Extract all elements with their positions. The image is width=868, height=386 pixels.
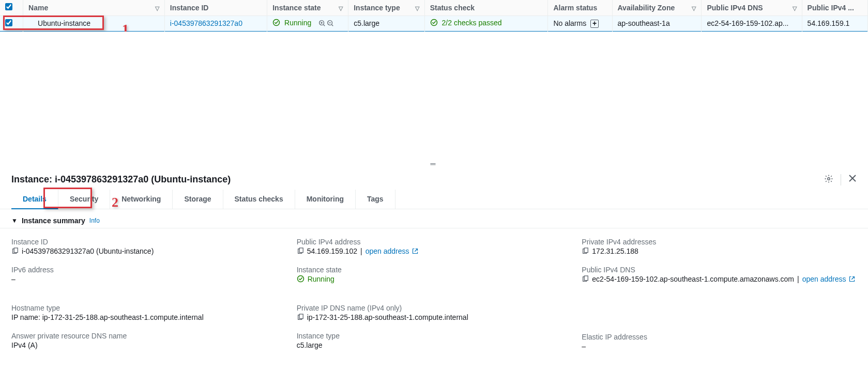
settings-icon[interactable]	[824, 174, 833, 186]
col-instance-state[interactable]: Instance state▽	[267, 0, 348, 16]
external-link-icon	[412, 248, 418, 254]
value-private-dns: ip-172-31-25-188.ap-southeast-1.compute.…	[297, 313, 572, 321]
svg-line-24	[852, 276, 855, 279]
section-title: Instance summary	[22, 217, 85, 225]
select-all-checkbox[interactable]	[5, 3, 12, 10]
label-private-ip: Private IPv4 addresses	[582, 238, 857, 246]
filter-icon[interactable]: ▽	[692, 5, 696, 12]
label-state: Instance state	[297, 266, 572, 274]
label-public-dns: Public IPv4 DNS	[582, 266, 857, 274]
info-link[interactable]: Info	[89, 217, 100, 224]
zoom-out-icon[interactable]	[327, 20, 334, 27]
tab-monitoring[interactable]: Monitoring	[295, 190, 356, 209]
instance-id-link[interactable]: i-045397863291327a0	[170, 19, 242, 27]
cell-status-check: 2/2 checks passed	[424, 16, 548, 31]
col-instance-type[interactable]: Instance type▽	[348, 0, 424, 16]
value-instance-id: i-045397863291327a0 (Ubuntu-instance)	[11, 247, 286, 255]
filter-icon[interactable]: ▽	[155, 5, 159, 12]
instance-summary-grid: Instance ID i-045397863291327a0 (Ubuntu-…	[0, 228, 868, 361]
tab-status-checks[interactable]: Status checks	[223, 190, 295, 209]
separator: |	[797, 275, 799, 283]
copy-icon[interactable]	[297, 248, 304, 255]
state-actions[interactable]	[318, 20, 334, 27]
cell-alarm: No alarms+	[548, 16, 612, 31]
tab-details[interactable]: Details	[11, 190, 58, 209]
col-status-check[interactable]: Status check	[424, 0, 548, 16]
svg-line-16	[415, 249, 418, 251]
check-circle-icon	[297, 275, 304, 283]
svg-point-9	[828, 177, 830, 180]
value-private-ip: 172.31.25.188	[582, 247, 857, 255]
external-link-icon	[849, 276, 855, 282]
caret-down-icon: ▼	[11, 217, 18, 224]
col-availability-zone[interactable]: Availability Zone▽	[612, 0, 702, 16]
copy-icon[interactable]	[297, 314, 304, 321]
value-answer-dns: IPv4 (A)	[11, 341, 286, 349]
label-instance-id: Instance ID	[11, 238, 286, 246]
open-address-link[interactable]: open address	[366, 247, 409, 255]
copy-icon[interactable]	[11, 248, 19, 255]
table-row[interactable]: Ubuntu-instance i-045397863291327a0 Runn…	[0, 16, 868, 31]
open-address-link[interactable]: open address	[802, 275, 846, 283]
svg-line-6	[332, 25, 333, 26]
col-instance-id[interactable]: Instance ID	[164, 0, 267, 16]
instance-summary-header[interactable]: ▼ Instance summary Info	[0, 209, 868, 228]
cell-instance-id[interactable]: i-045397863291327a0	[164, 16, 267, 31]
select-all-header[interactable]	[0, 0, 23, 16]
copy-icon[interactable]	[582, 275, 589, 283]
tab-networking[interactable]: Networking	[110, 190, 173, 209]
copy-icon[interactable]	[582, 248, 589, 255]
label-elastic-ip: Elastic IP addresses	[582, 333, 857, 341]
filter-icon[interactable]: ▽	[339, 5, 343, 12]
col-name[interactable]: Name▽	[23, 0, 165, 16]
separator: |	[360, 247, 362, 255]
cell-public-dns: ec2-54-169-159-102.ap...	[702, 16, 802, 31]
instances-table-container: Name▽ Instance ID Instance state▽ Instan…	[0, 0, 868, 32]
label-ipv6: IPv6 address	[11, 266, 286, 274]
label-answer-dns: Answer private resource DNS name	[11, 332, 286, 340]
tabs-bar: Details Security Networking Storage Stat…	[0, 190, 868, 209]
tab-security[interactable]: Security	[58, 190, 110, 209]
close-icon[interactable]	[848, 174, 857, 186]
panel-header: Instance: i-045397863291327a0 (Ubuntu-in…	[0, 167, 868, 190]
value-public-dns: ec2-54-169-159-102.ap-southeast-1.comput…	[582, 275, 857, 283]
value-public-ip: 54.169.159.102 | open address	[297, 247, 572, 255]
svg-rect-15	[299, 248, 303, 252]
zoom-in-icon[interactable]	[318, 20, 326, 27]
cell-name: Ubuntu-instance	[23, 16, 165, 31]
col-alarm-status[interactable]: Alarm status	[548, 0, 612, 16]
col-public-dns[interactable]: Public IPv4 DNS▽	[702, 0, 802, 16]
cell-type: c5.large	[348, 16, 424, 31]
svg-rect-19	[299, 314, 303, 318]
filter-icon[interactable]: ▽	[793, 5, 797, 12]
col-public-ip[interactable]: Public IPv4 ...	[802, 0, 867, 16]
value-state: Running	[297, 275, 572, 283]
svg-rect-23	[585, 275, 588, 280]
divider	[841, 174, 841, 186]
value-hostname-type: IP name: ip-172-31-25-188.ap-southeast-1…	[11, 313, 286, 321]
tab-storage[interactable]: Storage	[173, 190, 223, 209]
tab-tags[interactable]: Tags	[356, 190, 395, 209]
table-empty-area	[0, 32, 868, 161]
table-header-row: Name▽ Instance ID Instance state▽ Instan…	[0, 0, 868, 16]
cell-az: ap-southeast-1a	[612, 16, 702, 31]
panel-resize-handle[interactable]: ═	[0, 161, 868, 167]
label-private-dns: Private IP DNS name (IPv4 only)	[297, 304, 572, 312]
cell-public-ip: 54.169.159.1	[802, 16, 867, 31]
value-ipv6: –	[11, 275, 286, 283]
check-circle-icon	[430, 19, 438, 28]
label-hostname-type: Hostname type	[11, 304, 286, 312]
filter-icon[interactable]: ▽	[415, 5, 419, 12]
value-elastic-ip: –	[582, 342, 857, 350]
row-checkbox[interactable]	[5, 19, 12, 26]
label-instance-type: Instance type	[297, 332, 572, 340]
add-alarm-icon[interactable]: +	[590, 20, 599, 28]
instances-table: Name▽ Instance ID Instance state▽ Instan…	[0, 0, 868, 32]
check-circle-icon	[272, 19, 280, 28]
panel-title: Instance: i-045397863291327a0 (Ubuntu-in…	[11, 174, 824, 185]
value-instance-type: c5.large	[297, 341, 572, 349]
svg-rect-13	[14, 248, 18, 252]
label-public-ip: Public IPv4 address	[297, 238, 572, 246]
svg-rect-21	[585, 248, 588, 252]
cell-state: Running	[267, 16, 348, 31]
